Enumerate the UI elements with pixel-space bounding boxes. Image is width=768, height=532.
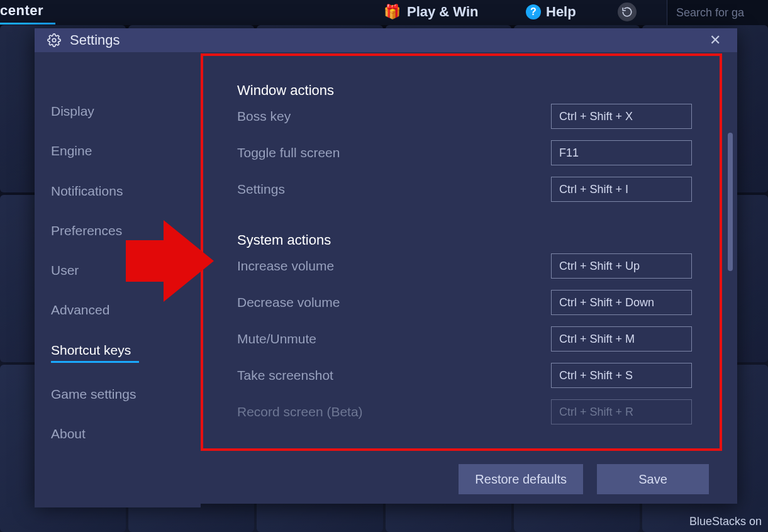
shortcut-input[interactable]: Ctrl + Shift + S	[551, 363, 692, 388]
modal-footer: Restore defaults Save	[201, 451, 725, 507]
shortcut-label: Toggle full screen	[237, 145, 340, 160]
section-title: Window actions	[237, 82, 692, 99]
sidebar-item-label: Notifications	[51, 184, 123, 198]
modal-title: Settings	[70, 32, 120, 48]
sidebar-item-label: Display	[51, 104, 94, 118]
sidebar-item-shortcut-keys[interactable]: Shortcut keys	[35, 330, 201, 374]
shortcut-label: Increase volume	[237, 258, 334, 274]
shortcut-label: Record screen (Beta)	[237, 404, 363, 419]
shortcut-row: Increase volumeCtrl + Shift + Up	[237, 253, 692, 279]
close-icon: ✕	[710, 32, 721, 48]
search-placeholder: Search for ga	[676, 6, 744, 19]
restore-defaults-button[interactable]: Restore defaults	[459, 464, 583, 494]
shortcut-input[interactable]: Ctrl + Shift + R	[551, 399, 692, 424]
shortcut-keys-panel: Window actionsBoss keyCtrl + Shift + XTo…	[201, 53, 722, 451]
svg-marker-1	[126, 220, 214, 302]
shortcut-input[interactable]: Ctrl + Shift + Up	[551, 253, 692, 279]
shortcut-label: Boss key	[237, 109, 291, 124]
scrollbar-track[interactable]	[729, 92, 735, 502]
shortcut-label: Take screenshot	[237, 368, 333, 383]
sidebar-item-label: User	[51, 263, 79, 277]
history-icon	[621, 6, 633, 18]
section-title: System actions	[237, 232, 692, 248]
history-button[interactable]	[618, 3, 637, 21]
shortcut-row: Toggle full screenF11	[237, 140, 692, 165]
sidebar-item-label: Game settings	[51, 387, 136, 401]
footer-text: BlueStacks on	[689, 515, 762, 528]
svg-point-0	[52, 38, 56, 42]
sidebar-item-notifications[interactable]: Notifications	[35, 171, 201, 211]
sidebar-item-display[interactable]: Display	[35, 91, 201, 131]
shortcut-input[interactable]: F11	[551, 140, 692, 165]
sidebar-item-game-settings[interactable]: Game settings	[35, 374, 201, 414]
help-label: Help	[546, 4, 576, 20]
gear-icon	[47, 33, 61, 47]
help-link[interactable]: ? Help	[526, 4, 576, 20]
help-icon: ?	[526, 4, 541, 19]
save-button[interactable]: Save	[597, 464, 709, 494]
shortcut-input[interactable]: Ctrl + Shift + Down	[551, 290, 692, 315]
annotation-arrow-icon	[126, 220, 214, 302]
shortcut-label: Decrease volume	[237, 295, 340, 310]
shortcut-row: Decrease volumeCtrl + Shift + Down	[237, 290, 692, 315]
shortcut-row: Take screenshotCtrl + Shift + S	[237, 363, 692, 388]
gift-icon: 🎁	[384, 4, 401, 20]
app-tab-underline	[0, 23, 55, 25]
active-underline	[51, 361, 139, 363]
sidebar-item-label: Preferences	[51, 223, 122, 238]
shortcut-row: Boss keyCtrl + Shift + X	[237, 104, 692, 129]
shortcut-label: Mute/Unmute	[237, 331, 316, 346]
close-button[interactable]: ✕	[706, 28, 725, 52]
shortcut-input[interactable]: Ctrl + Shift + X	[551, 104, 692, 129]
sidebar-item-label: Advanced	[51, 302, 109, 317]
shortcut-row: Mute/UnmuteCtrl + Shift + M	[237, 326, 692, 352]
sidebar-item-label: Shortcut keys	[51, 343, 131, 357]
shortcut-input[interactable]: Ctrl + Shift + M	[551, 326, 692, 352]
shortcut-row: Record screen (Beta)Ctrl + Shift + R	[237, 399, 692, 424]
sidebar-item-engine[interactable]: Engine	[35, 131, 201, 170]
shortcut-label: Settings	[237, 182, 285, 197]
play-and-win-link[interactable]: 🎁 Play & Win	[384, 4, 479, 20]
app-tab-label[interactable]: center	[0, 3, 43, 19]
sidebar-item-about[interactable]: About	[35, 414, 201, 453]
app-top-bar: center 🎁 Play & Win ? Help Search for ga	[0, 0, 768, 25]
shortcut-row: SettingsCtrl + Shift + I	[237, 177, 692, 202]
search-input[interactable]: Search for ga	[667, 0, 768, 25]
play-win-label: Play & Win	[407, 4, 479, 20]
sidebar-item-label: Engine	[51, 143, 92, 158]
modal-header: Settings ✕	[35, 28, 737, 52]
scrollbar-thumb[interactable]	[728, 133, 733, 271]
sidebar-item-label: About	[51, 426, 86, 441]
shortcut-input[interactable]: Ctrl + Shift + I	[551, 177, 692, 202]
